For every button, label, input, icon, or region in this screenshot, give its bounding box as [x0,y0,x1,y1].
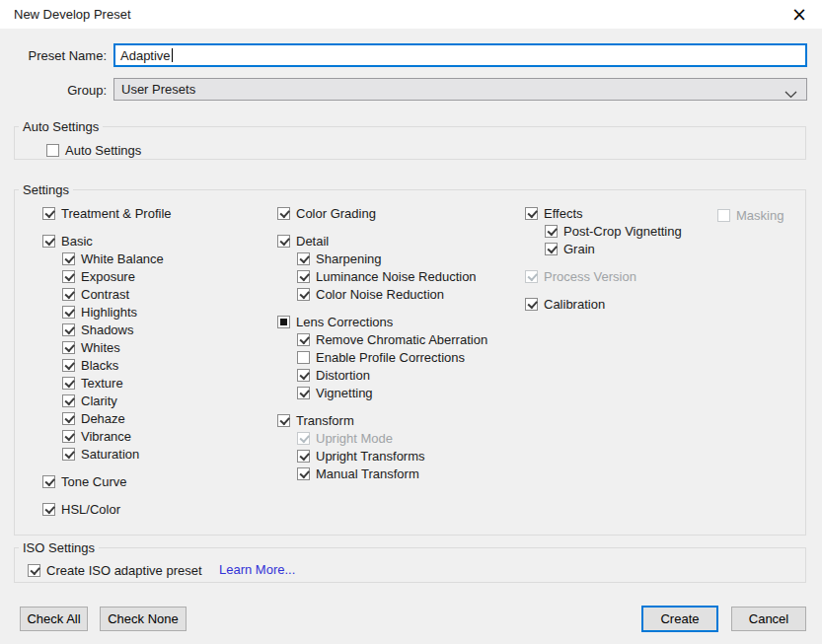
checkbox-contrast-label: Contrast [81,287,129,302]
checkbox-sharpening-label: Sharpening [316,251,382,266]
checkbox-row-transform[interactable]: Transform [277,411,487,429]
checkbox-highlights[interactable] [62,306,75,319]
checkbox-whites[interactable] [62,341,75,354]
checkbox-auto-settings[interactable] [46,144,59,157]
checkbox-blacks[interactable] [62,359,75,372]
checkbox-exposure-label: Exposure [81,269,135,284]
checkbox-white-balance[interactable] [62,252,75,265]
checkbox-grain-label: Grain [563,242,595,256]
checkbox-row-dehaze[interactable]: Dehaze [62,409,172,427]
checkbox-basic-label: Basic [61,234,93,249]
checkbox-row-calibration[interactable]: Calibration [525,295,682,313]
checkbox-contrast[interactable] [62,288,75,301]
checkbox-row-whites[interactable]: Whites [62,338,172,356]
checkbox-row-upright-mode[interactable]: Upright Mode [297,429,487,447]
checkbox-color-grading-label: Color Grading [296,206,376,221]
checkbox-row-white-balance[interactable]: White Balance [62,250,172,267]
checkbox-row-masking[interactable]: Masking [717,206,784,224]
checkbox-sharpening[interactable] [297,252,310,265]
checkbox-clarity-label: Clarity [81,394,117,408]
checkbox-auto-settings-label: Auto Settings [65,143,141,158]
checkbox-post-crop-vignetting[interactable] [545,225,558,238]
checkbox-effects[interactable] [525,207,538,220]
checkbox-row-process-version[interactable]: Process Version [525,267,682,285]
check-all-button[interactable]: Check All [20,607,88,631]
checkbox-enable-profile-corrections[interactable] [297,351,310,364]
checkbox-upright-transforms-label: Upright Transforms [316,449,425,464]
checkbox-row-blacks[interactable]: Blacks [62,356,172,374]
close-button[interactable]: × [779,0,820,28]
checkbox-luminance-noise-reduction[interactable] [297,270,310,283]
checkbox-row-luminance-noise-reduction[interactable]: Luminance Noise Reduction [297,267,487,285]
preset-name-value: Adaptive [120,48,171,63]
checkbox-row-grain[interactable]: Grain [545,240,682,257]
checkbox-manual-transform[interactable] [297,467,310,480]
checkbox-masking-label: Masking [736,208,784,223]
checkbox-create-iso-adaptive-preset[interactable] [28,564,40,577]
checkbox-row-upright-transforms[interactable]: Upright Transforms [297,447,487,465]
checkbox-color-noise-reduction[interactable] [297,288,310,301]
checkbox-upright-transforms[interactable] [297,450,310,463]
checkbox-row-tone-curve[interactable]: Tone Curve [42,472,172,490]
checkbox-row-auto-settings[interactable]: Auto Settings [46,141,141,159]
checkbox-color-grading[interactable] [277,207,290,220]
checkbox-process-version[interactable] [525,270,538,283]
checkbox-row-treatment-profile[interactable]: Treatment & Profile [42,204,172,222]
checkbox-tone-curve[interactable] [42,475,55,488]
checkbox-calibration-label: Calibration [544,297,605,312]
checkbox-upright-mode[interactable] [297,432,310,445]
preset-name-label: Preset Name: [0,48,107,63]
checkbox-distortion[interactable] [297,369,310,382]
checkbox-row-detail[interactable]: Detail [277,232,487,250]
checkbox-hsl-color[interactable] [42,503,55,516]
checkbox-row-texture[interactable]: Texture [62,374,172,392]
checkbox-row-lens-corrections[interactable]: Lens Corrections [277,313,487,330]
checkbox-transform[interactable] [277,414,290,427]
checkbox-row-clarity[interactable]: Clarity [62,392,172,409]
checkbox-lens-corrections[interactable] [277,316,290,328]
checkbox-row-highlights[interactable]: Highlights [62,303,172,321]
checkbox-basic[interactable] [42,235,55,248]
checkbox-vibrance[interactable] [62,430,75,443]
checkbox-row-enable-profile-corrections[interactable]: Enable Profile Corrections [297,348,487,366]
checkbox-detail[interactable] [277,235,290,248]
checkbox-exposure[interactable] [62,270,75,283]
checkbox-row-color-noise-reduction[interactable]: Color Noise Reduction [297,285,487,303]
preset-name-input[interactable]: Adaptive [113,43,807,67]
checkbox-texture-label: Texture [81,376,123,391]
checkbox-row-manual-transform[interactable]: Manual Transform [297,465,487,482]
checkbox-remove-chromatic-aberration[interactable] [297,333,310,346]
checkbox-row-sharpening[interactable]: Sharpening [297,250,487,267]
group-select[interactable]: User Presets [113,78,807,101]
checkbox-vignetting[interactable] [297,387,310,399]
checkbox-row-shadows[interactable]: Shadows [62,321,172,338]
checkbox-row-hsl-color[interactable]: HSL/Color [42,500,172,518]
checkbox-saturation[interactable] [62,448,75,461]
learn-more-link[interactable]: Learn More... [219,562,295,577]
checkbox-row-post-crop-vignetting[interactable]: Post-Crop Vignetting [545,222,682,240]
checkbox-shadows[interactable] [62,323,75,336]
checkbox-treatment-profile[interactable] [42,207,55,220]
checkbox-enable-profile-corrections-label: Enable Profile Corrections [316,350,465,365]
checkbox-row-contrast[interactable]: Contrast [62,285,172,303]
checkbox-calibration[interactable] [525,298,538,311]
checkbox-row-distortion[interactable]: Distortion [297,366,487,384]
checkbox-row-vibrance[interactable]: Vibrance [62,427,172,445]
checkbox-row-saturation[interactable]: Saturation [62,445,172,463]
checkbox-row-effects[interactable]: Effects [525,204,682,222]
check-none-button[interactable]: Check None [100,607,187,631]
checkbox-row-exposure[interactable]: Exposure [62,267,172,285]
checkbox-row-color-grading[interactable]: Color Grading [277,204,487,222]
checkbox-texture[interactable] [62,377,75,390]
cancel-button[interactable]: Cancel [731,607,806,631]
checkbox-row-vignetting[interactable]: Vignetting [297,384,487,401]
checkbox-row-remove-chromatic-aberration[interactable]: Remove Chromatic Aberration [297,330,487,348]
checkbox-grain[interactable] [545,243,558,255]
checkbox-upright-mode-label: Upright Mode [316,431,393,446]
checkbox-masking[interactable] [717,209,730,222]
checkbox-row-basic[interactable]: Basic [42,232,172,250]
checkbox-row-create-iso-adaptive-preset[interactable]: Create ISO adaptive preset [28,561,202,579]
create-button[interactable]: Create [641,606,718,632]
checkbox-dehaze[interactable] [62,412,75,425]
checkbox-clarity[interactable] [62,394,75,407]
